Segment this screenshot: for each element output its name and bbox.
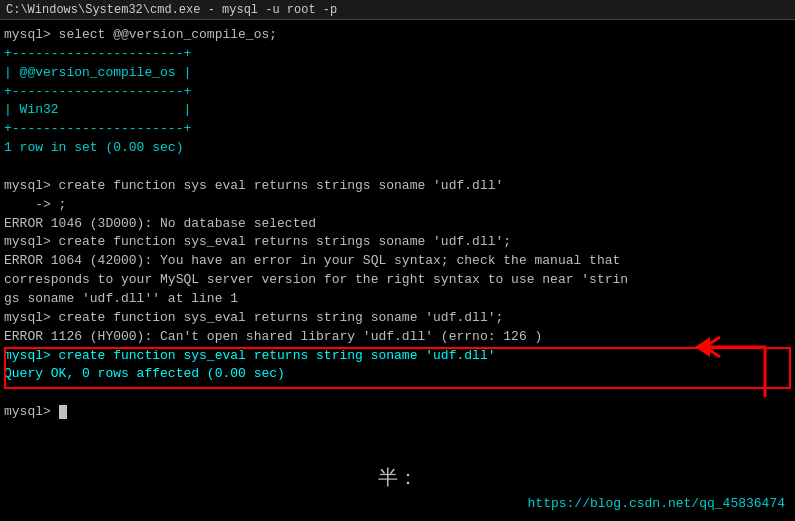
terminal-line: corresponds to your MySQL server version… [4,271,791,290]
terminal-line: | @@version_compile_os | [4,64,791,83]
terminal-line: mysql> [4,403,791,422]
terminal-blank [4,384,791,403]
terminal-line: mysql> create function sys_eval returns … [4,347,791,366]
terminal-line: | Win32 | [4,101,791,120]
title-bar-text: C:\Windows\System32\cmd.exe - mysql -u r… [6,3,337,17]
cursor-blink [59,405,67,419]
terminal-line: +----------------------+ [4,45,791,64]
terminal-line: mysql> create function sys_eval returns … [4,233,791,252]
svg-marker-0 [695,337,710,357]
terminal-line: mysql> create function sys eval returns … [4,177,791,196]
terminal-line: gs soname 'udf.dll'' at line 1 [4,290,791,309]
terminal-line: +----------------------+ [4,83,791,102]
terminal-line: Query OK, 0 rows affected (0.00 sec) [4,365,791,384]
arrow-icon [675,327,775,407]
terminal-line: ERROR 1126 (HY000): Can't open shared li… [4,328,791,347]
terminal: mysql> select @@version_compile_os;+----… [0,20,795,521]
terminal-line: mysql> select @@version_compile_os; [4,26,791,45]
terminal-line: mysql> create function sys_eval returns … [4,309,791,328]
terminal-line: +----------------------+ [4,120,791,139]
title-bar: C:\Windows\System32\cmd.exe - mysql -u r… [0,0,795,20]
chinese-annotation: 半： [378,464,418,491]
terminal-line: -> ; [4,196,791,215]
terminal-line: ERROR 1064 (42000): You have an error in… [4,252,791,271]
terminal-line: 1 row in set (0.00 sec) [4,139,791,158]
watermark: https://blog.csdn.net/qq_45836474 [528,496,785,511]
terminal-line: ERROR 1046 (3D000): No database selected [4,215,791,234]
terminal-blank [4,158,791,177]
